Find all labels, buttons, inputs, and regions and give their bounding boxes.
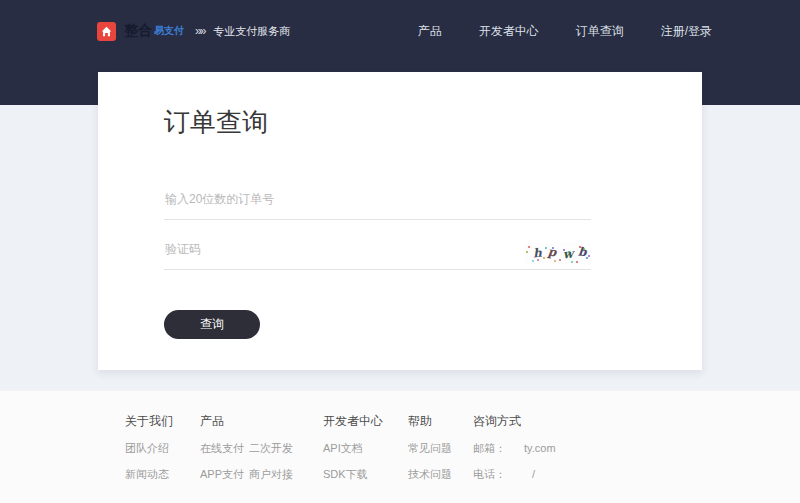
footer-link-tech-issues[interactable]: 技术问题: [408, 467, 452, 482]
query-submit-button[interactable]: 查询: [164, 310, 260, 339]
captcha-noise-dots: [526, 251, 528, 253]
footer-contact-email-row: 邮箱：ty.com: [473, 441, 556, 456]
footer-products-row: 在线支付 二次开发: [200, 441, 293, 456]
footer-heading-contact: 咨询方式: [473, 413, 556, 430]
order-query-card: 订单查询 h p w b 查询: [98, 72, 702, 370]
captcha-char: b: [577, 245, 587, 260]
captcha-field-wrap: h p w b: [164, 239, 591, 270]
chevron-right-icon: »»: [195, 24, 204, 38]
brand-name: 整合: [124, 22, 152, 40]
footer-heading-developer: 开发者中心: [323, 413, 383, 430]
footer-link-news[interactable]: 新闻动态: [125, 467, 173, 482]
footer-col-help: 帮助 常见问题 技术问题: [408, 413, 452, 493]
order-number-input[interactable]: [164, 192, 591, 219]
footer: 关于我们 团队介绍 新闻动态 产品 在线支付 二次开发 APP支付 商户对接 开…: [0, 390, 800, 503]
footer-link-merchant-integration[interactable]: 商户对接: [249, 468, 293, 480]
captcha-char: p: [547, 245, 557, 260]
logo[interactable]: 整合 易支付: [97, 22, 184, 41]
footer-link-online-pay[interactable]: 在线支付: [200, 441, 246, 456]
footer-link-sdk-download[interactable]: SDK下载: [323, 467, 383, 482]
phone-label: 电话：: [473, 468, 506, 480]
footer-link-faq[interactable]: 常见问题: [408, 441, 452, 456]
brand-suffix: 易支付: [154, 24, 184, 38]
home-icon: [97, 22, 116, 41]
footer-link-app-pay[interactable]: APP支付: [200, 467, 246, 482]
nav-item-products[interactable]: 产品: [418, 23, 442, 40]
footer-products-row: APP支付 商户对接: [200, 467, 293, 482]
footer-col-products: 产品 在线支付 二次开发 APP支付 商户对接: [200, 413, 293, 493]
footer-heading-about: 关于我们: [125, 413, 173, 430]
nav-item-order-query[interactable]: 订单查询: [576, 23, 624, 40]
order-query-card-inner: 订单查询 h p w b 查询: [98, 72, 702, 339]
captcha-image[interactable]: h p w b: [525, 243, 591, 265]
nav-item-developer-center[interactable]: 开发者中心: [479, 23, 539, 40]
footer-link-team-intro[interactable]: 团队介绍: [125, 441, 173, 456]
captcha-char: h: [532, 246, 542, 261]
order-query-form: h p w b 查询: [164, 189, 591, 339]
footer-heading-help: 帮助: [408, 413, 452, 430]
email-value: ty.com: [524, 442, 556, 454]
phone-value: /: [532, 468, 535, 480]
captcha-char: w: [562, 247, 574, 262]
captcha-noise-dots: [528, 246, 530, 248]
footer-contact-phone-row: 电话：/: [473, 467, 556, 482]
footer-link-secondary-dev[interactable]: 二次开发: [249, 442, 293, 454]
nav-item-register-login[interactable]: 注册/登录: [661, 23, 712, 40]
footer-heading-products: 产品: [200, 413, 293, 430]
header-inner: 整合 易支付 »» 专业支付服务商 产品 开发者中心 订单查询 注册/登录: [0, 0, 800, 62]
site-tagline: 专业支付服务商: [213, 24, 290, 39]
main-nav: 产品 开发者中心 订单查询 注册/登录: [418, 23, 712, 40]
page-title: 订单查询: [164, 105, 636, 140]
footer-col-developer: 开发者中心 API文档 SDK下载: [323, 413, 383, 493]
footer-col-contact: 咨询方式 邮箱：ty.com 电话：/: [473, 413, 556, 493]
order-number-field-wrap: [164, 189, 591, 220]
email-label: 邮箱：: [473, 442, 506, 454]
footer-link-api-docs[interactable]: API文档: [323, 441, 383, 456]
footer-col-about: 关于我们 团队介绍 新闻动态: [125, 413, 173, 493]
